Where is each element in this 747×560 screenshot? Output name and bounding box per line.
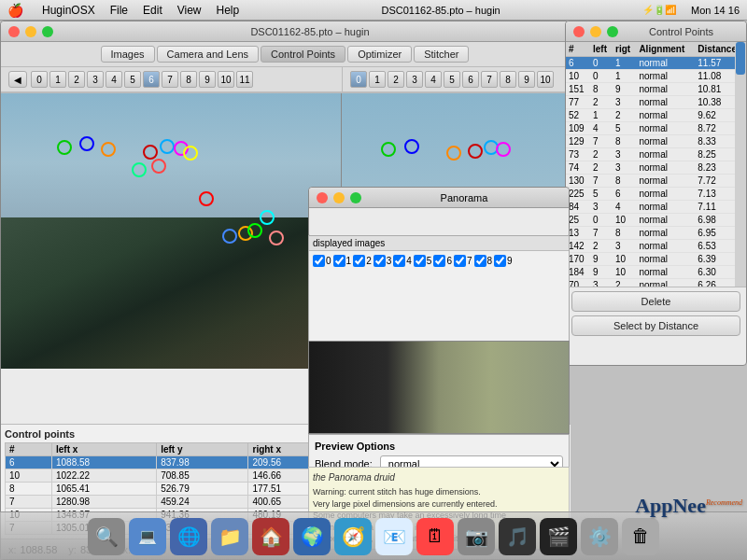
cp-panel-row[interactable]: 73 2 3 normal 8.25 [566,148,746,161]
nav-left-1[interactable]: 1 [49,71,66,88]
cp-panel-row[interactable]: 6 0 1 normal 11.57 [566,57,746,70]
di-checkbox-2[interactable] [353,255,365,267]
nav-left-4[interactable]: 4 [106,71,122,88]
cp-panel-row[interactable]: 13 7 8 normal 6.95 [566,227,746,240]
nav-right-0[interactable]: 0 [350,71,367,88]
select-by-distance-button[interactable]: Select by Distance [571,315,740,336]
dock-icon-app1[interactable]: 🏠 [252,518,289,555]
menu-huginosx[interactable]: HuginOSX [42,4,95,17]
di-checkbox-4[interactable] [393,255,405,267]
cp-panel-row[interactable]: 170 9 10 normal 6.39 [566,253,746,266]
tab-control-points[interactable]: Control Points [261,46,345,63]
di-cb-5[interactable]: 5 [414,255,432,267]
nav-left-10[interactable]: 10 [218,71,234,88]
di-checkbox-0[interactable] [313,255,325,267]
dock-icon-trash[interactable]: 🗑 [622,518,659,555]
di-cb-9[interactable]: 9 [494,255,513,267]
nav-left-8[interactable]: 8 [180,71,197,88]
cp-panel-row[interactable]: 70 3 2 normal 6.26 [566,279,746,287]
cp-panel-close[interactable] [573,26,585,37]
left-image-panel[interactable] [1,93,342,369]
apple-menu[interactable]: 🍎 [7,3,23,18]
di-checkbox-8[interactable] [474,255,486,267]
dock-icon-finder[interactable]: 🔍 [88,518,125,555]
dock-icon-music[interactable]: 🎵 [499,518,536,555]
cp-panel-row[interactable]: 142 2 3 normal 6.53 [566,240,746,253]
pano-close[interactable] [317,192,328,203]
cp-panel-row[interactable]: 225 5 6 normal 7.13 [566,188,746,201]
di-checkbox-5[interactable] [414,255,426,267]
tab-stitcher[interactable]: Stitcher [414,46,469,63]
nav-right-1[interactable]: 1 [369,71,386,88]
nav-left-3[interactable]: 3 [87,71,104,88]
nav-right-7[interactable]: 7 [481,71,498,88]
tab-images[interactable]: Images [101,46,155,63]
minimize-button[interactable] [25,26,36,37]
di-cb-3[interactable]: 3 [374,255,392,267]
cp-panel-row[interactable]: 184 9 10 normal 6.30 [566,266,746,279]
nav-left-5[interactable]: 5 [124,71,141,88]
scrollbar-thumb[interactable] [736,42,745,75]
cp-panel-row[interactable]: 130 7 8 normal 7.72 [566,175,746,188]
cp-panel-scrollable[interactable]: # left rigt Alignment Distance 6 0 1 nor… [566,42,746,287]
dock-icon-system[interactable]: 💻 [129,518,166,555]
nav-right-5[interactable]: 5 [444,71,460,88]
dock-icon-safari[interactable]: 🧭 [334,518,372,555]
di-checkbox-1[interactable] [333,255,345,267]
nav-right-9[interactable]: 9 [518,71,535,88]
di-checkbox-7[interactable] [454,255,466,267]
di-cb-1[interactable]: 1 [333,255,352,267]
maximize-button[interactable] [42,26,53,37]
di-checkbox-9[interactable] [494,255,506,267]
dock-icon-calendar[interactable]: 🗓 [416,518,454,555]
delete-button[interactable]: Delete [571,291,740,312]
pano-max[interactable] [350,192,361,203]
nav-left-6[interactable]: 6 [143,71,160,88]
dock-icon-mail[interactable]: 📧 [375,518,413,555]
di-cb-0[interactable]: 0 [313,255,331,267]
cp-panel-row[interactable]: 25 0 10 normal 6.98 [566,214,746,227]
dock-icon-folder[interactable]: 📁 [211,518,248,555]
di-cb-8[interactable]: 8 [474,255,493,267]
di-cb-4[interactable]: 4 [393,255,412,267]
nav-right-6[interactable]: 6 [462,71,479,88]
di-checkbox-6[interactable] [433,255,445,267]
menu-file[interactable]: File [110,4,128,17]
pano-min[interactable] [333,192,345,203]
cp-panel-row[interactable]: 10 0 1 normal 11.08 [566,70,746,83]
nav-left-2[interactable]: 2 [68,71,85,88]
dock-icon-hugin[interactable]: 🌐 [170,518,207,555]
menu-help[interactable]: Help [217,4,240,17]
cp-panel-row[interactable]: 109 4 5 normal 8.72 [566,122,746,135]
cp-panel-row[interactable]: 151 8 9 normal 10.81 [566,83,746,96]
menu-edit[interactable]: Edit [143,4,162,17]
nav-left-9[interactable]: 9 [199,71,216,88]
cp-panel-row[interactable]: 52 1 2 normal 9.62 [566,109,746,122]
nav-right-3[interactable]: 3 [406,71,423,88]
nav-right-8[interactable]: 8 [500,71,516,88]
nav-left-0[interactable]: 0 [31,71,48,88]
dock-icon-app2[interactable]: 🌍 [293,518,331,555]
scrollbar-track[interactable] [735,42,746,287]
cp-panel-row[interactable]: 77 2 3 normal 10.38 [566,96,746,109]
nav-left-arrow[interactable]: ◀ [8,71,27,88]
dock-icon-prefs[interactable]: ⚙️ [581,518,618,555]
cp-panel-row[interactable]: 74 2 3 normal 8.23 [566,161,746,175]
cp-panel-min[interactable] [590,26,601,37]
tab-camera-lens[interactable]: Camera and Lens [157,46,259,63]
di-cb-2[interactable]: 2 [353,255,372,267]
nav-left-7[interactable]: 7 [162,71,178,88]
tab-optimizer[interactable]: Optimizer [347,46,412,63]
nav-right-10[interactable]: 10 [537,71,554,88]
di-checkbox-3[interactable] [374,255,386,267]
di-cb-7[interactable]: 7 [454,255,472,267]
nav-right-4[interactable]: 4 [425,71,442,88]
close-button[interactable] [8,26,20,37]
cp-panel-row[interactable]: 84 3 4 normal 7.11 [566,201,746,214]
menu-view[interactable]: View [177,4,202,17]
nav-right-2[interactable]: 2 [388,71,404,88]
dock-icon-video[interactable]: 🎬 [540,518,577,555]
nav-left-11[interactable]: 11 [236,71,253,88]
di-cb-6[interactable]: 6 [433,255,452,267]
dock-icon-camera[interactable]: 📷 [458,518,495,555]
